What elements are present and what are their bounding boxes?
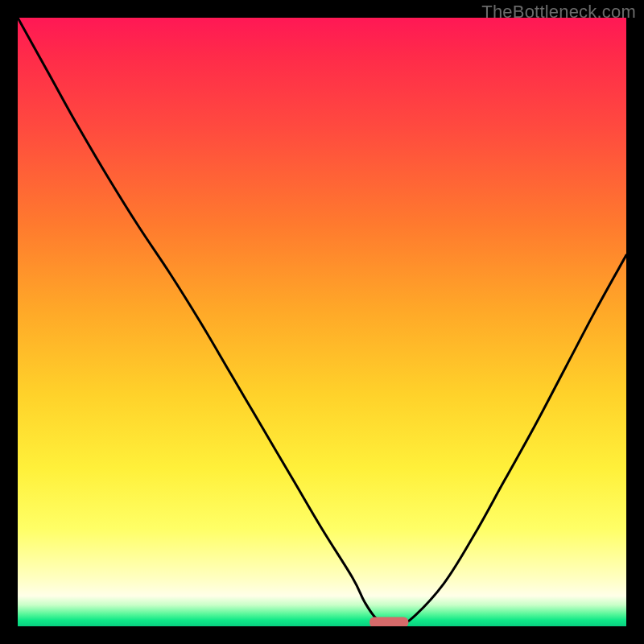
bottleneck-curve	[18, 18, 626, 623]
min-marker	[369, 617, 408, 627]
watermark-text: TheBottleneck.com	[481, 2, 636, 23]
chart-frame	[18, 18, 626, 626]
curve-layer	[18, 18, 626, 626]
